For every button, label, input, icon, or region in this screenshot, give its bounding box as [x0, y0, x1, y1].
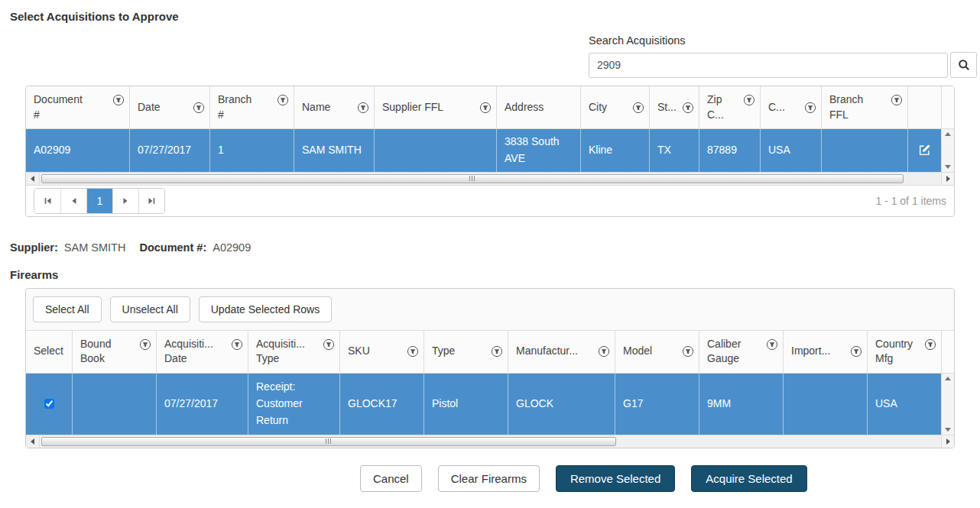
pager-page-1[interactable]: 1 [86, 189, 112, 213]
filter-icon[interactable] [766, 338, 778, 351]
filter-icon[interactable] [407, 345, 419, 358]
filter-icon[interactable] [139, 338, 151, 351]
filter-icon[interactable] [682, 102, 694, 114]
column-label: Acquisiti... Date [164, 337, 229, 367]
column-label: Date [138, 100, 191, 115]
cell-name: SAM SMITH [294, 129, 374, 171]
acquisition-row[interactable]: A02909 07/27/2017 1 SAM SMITH 3838 South… [26, 129, 941, 171]
document-number-value: A02909 [213, 241, 251, 254]
column-header-name[interactable]: Name [294, 86, 374, 128]
column-header-select: Select [26, 331, 72, 373]
scroll-up-arrow[interactable] [945, 377, 951, 380]
pager-previous-button[interactable] [60, 189, 86, 213]
filter-icon[interactable] [743, 94, 755, 106]
select-all-button[interactable]: Select All [33, 296, 102, 322]
column-header-caliber-gauge[interactable]: Caliber Gauge [699, 331, 783, 373]
search-button[interactable] [950, 52, 977, 78]
column-header-manufacturer[interactable]: Manufactur... [508, 331, 615, 373]
column-label: Branch # [218, 92, 275, 122]
column-header-document-number[interactable]: Document # [26, 86, 129, 128]
acquire-selected-button[interactable]: Acquire Selected [691, 465, 806, 492]
column-header-supplier-ffl[interactable]: Supplier FFL [374, 86, 496, 128]
cell-country: USA [760, 129, 821, 171]
scroll-down-arrow[interactable] [945, 165, 951, 169]
column-header-acquisition-date[interactable]: Acquisiti... Date [156, 331, 248, 373]
filter-icon[interactable] [850, 345, 862, 358]
row-select-checkbox[interactable] [44, 399, 54, 409]
cell-sku: GLOCK17 [339, 374, 423, 435]
column-label: Zip C... [707, 92, 741, 122]
filter-icon[interactable] [632, 102, 644, 114]
filter-icon[interactable] [193, 102, 205, 114]
column-header-model[interactable]: Model [615, 331, 699, 373]
column-label: Bound Book [80, 337, 138, 367]
scrollbar-thumb[interactable] [41, 437, 616, 446]
column-header-branch-number[interactable]: Branch # [209, 86, 294, 128]
cancel-button[interactable]: Cancel [360, 465, 422, 492]
column-header-city[interactable]: City [580, 86, 649, 128]
scroll-left-arrow[interactable] [26, 435, 39, 448]
scroll-right-arrow[interactable] [942, 435, 954, 448]
column-header-branch-ffl[interactable]: Branch FFL [821, 86, 907, 128]
column-header-acquisition-type[interactable]: Acquisiti... Type [248, 331, 339, 373]
column-label: Supplier FFL [382, 100, 478, 115]
column-header-type[interactable]: Type [423, 331, 508, 373]
acquisitions-grid-header: Document # Date Branch # Name Supplier F… [26, 86, 954, 129]
cell-state: TX [649, 129, 699, 171]
supplier-label: Supplier: [10, 241, 58, 254]
selection-summary: Supplier: SAM SMITH Document #: A02909 [10, 241, 980, 254]
edit-row-button[interactable] [918, 144, 931, 157]
scroll-down-arrow[interactable] [945, 428, 951, 432]
cell-caliber-gauge: 9MM [699, 374, 783, 435]
filter-icon[interactable] [682, 345, 694, 358]
column-label: St... [657, 100, 680, 115]
cell-manufacturer: GLOCK [508, 374, 615, 435]
column-header-state[interactable]: St... [649, 86, 699, 128]
filter-icon[interactable] [231, 338, 243, 351]
scroll-up-arrow[interactable] [945, 132, 951, 136]
column-header-sku[interactable]: SKU [339, 331, 423, 373]
cell-branch-number: 1 [209, 129, 294, 171]
firearms-toolbar: Select All Unselect All Update Selected … [26, 289, 954, 331]
pager-items-summary: 1 - 1 of 1 items [875, 195, 946, 207]
filter-icon[interactable] [357, 102, 369, 114]
column-header-bound-book[interactable]: Bound Book [72, 331, 156, 373]
clear-firearms-button[interactable]: Clear Firearms [438, 465, 540, 492]
column-header-country[interactable]: C... [760, 86, 821, 128]
pager-next-button[interactable] [112, 189, 138, 213]
filter-icon[interactable] [491, 345, 503, 358]
cell-acquisition-date: 07/27/2017 [156, 374, 248, 435]
scroll-left-arrow[interactable] [26, 173, 39, 185]
column-header-zip-code[interactable]: Zip C... [699, 86, 760, 128]
horizontal-scrollbar [26, 172, 941, 185]
update-selected-rows-button[interactable]: Update Selected Rows [199, 296, 332, 322]
filter-icon[interactable] [479, 102, 492, 114]
filter-icon[interactable] [924, 338, 936, 351]
column-label: Model [623, 344, 680, 359]
filter-icon[interactable] [804, 102, 816, 114]
column-header-country-mfg[interactable]: Country Mfg [867, 331, 941, 373]
scrollbar-track [39, 435, 941, 448]
column-header-importer[interactable]: Import... [783, 331, 867, 373]
scroll-right-arrow[interactable] [942, 172, 954, 185]
cell-country-mfg: USA [867, 374, 941, 435]
pager-first-button[interactable] [34, 189, 60, 213]
unselect-all-button[interactable]: Unselect All [110, 296, 190, 322]
column-label: Select [34, 344, 68, 359]
filter-icon[interactable] [598, 345, 610, 358]
remove-selected-button[interactable]: Remove Selected [556, 465, 675, 492]
pager-last-button[interactable] [138, 189, 164, 213]
filter-icon[interactable] [112, 94, 125, 106]
cell-bound-book [72, 374, 156, 435]
column-header-date[interactable]: Date [129, 86, 209, 128]
column-label: Country Mfg [875, 337, 923, 367]
scrollbar-thumb[interactable] [41, 174, 904, 183]
column-label: Manufactur... [516, 344, 596, 359]
filter-icon[interactable] [277, 94, 289, 106]
search-icon [958, 59, 970, 71]
column-header-address[interactable]: Address [496, 86, 580, 128]
firearm-row[interactable]: 07/27/2017 Receipt: Customer Return GLOC… [26, 374, 941, 435]
filter-icon[interactable] [891, 94, 903, 106]
filter-icon[interactable] [323, 338, 335, 351]
search-input[interactable] [589, 53, 948, 78]
